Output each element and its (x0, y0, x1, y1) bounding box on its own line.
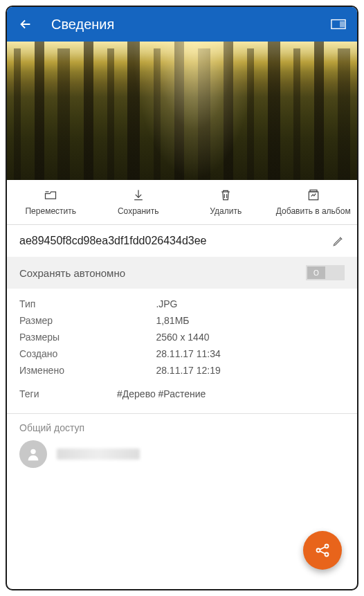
share-user-row[interactable] (19, 440, 345, 468)
move-label: Переместить (25, 206, 76, 216)
type-key: Тип (19, 298, 156, 309)
tags-row: Теги #Дерево #Растение (19, 379, 345, 402)
offline-toggle[interactable]: O (306, 265, 345, 280)
offline-row: Сохранять автономно O (7, 257, 357, 289)
user-name-blurred (57, 449, 140, 460)
add-album-label: Добавить в альбом (276, 206, 351, 216)
tags-key: Теги (19, 388, 117, 399)
svg-rect-3 (310, 190, 317, 192)
album-icon (306, 188, 321, 202)
offline-label: Сохранять автономно (19, 267, 125, 279)
app-header: Сведения (7, 7, 357, 42)
forest-decoration (7, 42, 357, 180)
back-arrow-icon[interactable] (18, 17, 33, 32)
avatar (19, 440, 47, 468)
fullscreen-icon[interactable] (331, 19, 346, 30)
detail-row-size: Размер 1,81МБ (19, 312, 345, 329)
share-block: Общий доступ (7, 414, 357, 476)
person-icon (26, 446, 41, 462)
pencil-icon[interactable] (332, 235, 345, 247)
dims-value: 2560 x 1440 (156, 332, 209, 343)
detail-row-modified: Изменено 28.11.17 12:19 (19, 362, 345, 379)
move-button[interactable]: Переместить (7, 186, 95, 219)
type-value: .JPG (156, 298, 177, 309)
action-bar: Переместить Сохранить Удалить Добавить в… (7, 180, 357, 225)
trash-icon (218, 188, 233, 202)
dims-key: Размеры (19, 332, 156, 343)
filename-text: ae89450f8cd98ea3df1fdd026434d3ee (19, 235, 325, 247)
modified-value: 28.11.17 12:19 (156, 365, 220, 376)
created-key: Создано (19, 348, 156, 359)
share-fab[interactable] (303, 531, 342, 570)
created-value: 28.11.17 11:34 (156, 348, 220, 359)
save-label: Сохранить (118, 206, 159, 216)
size-key: Размер (19, 315, 156, 326)
tags-value: #Дерево #Растение (117, 388, 206, 399)
share-icon (314, 542, 331, 559)
move-icon (43, 188, 58, 202)
detail-row-created: Создано 28.11.17 11:34 (19, 345, 345, 362)
delete-button[interactable]: Удалить (182, 186, 270, 219)
save-button[interactable]: Сохранить (95, 186, 183, 219)
modified-key: Изменено (19, 365, 156, 376)
svg-rect-1 (340, 21, 345, 26)
download-icon (131, 188, 146, 202)
svg-point-4 (30, 449, 35, 454)
toggle-knob: O (307, 267, 325, 279)
filename-row: ae89450f8cd98ea3df1fdd026434d3ee (7, 225, 357, 257)
delete-label: Удалить (210, 206, 242, 216)
header-left: Сведения (18, 17, 114, 33)
share-title: Общий доступ (19, 422, 345, 433)
detail-row-type: Тип .JPG (19, 296, 345, 312)
details-block: Тип .JPG Размер 1,81МБ Размеры 2560 x 14… (7, 289, 357, 414)
size-value: 1,81МБ (156, 315, 189, 326)
image-preview[interactable] (7, 42, 357, 180)
app-frame: Сведения Переместить Сохранить (6, 6, 358, 590)
page-title: Сведения (51, 17, 114, 33)
add-album-button[interactable]: Добавить в альбом (270, 186, 358, 219)
detail-row-dims: Размеры 2560 x 1440 (19, 329, 345, 345)
